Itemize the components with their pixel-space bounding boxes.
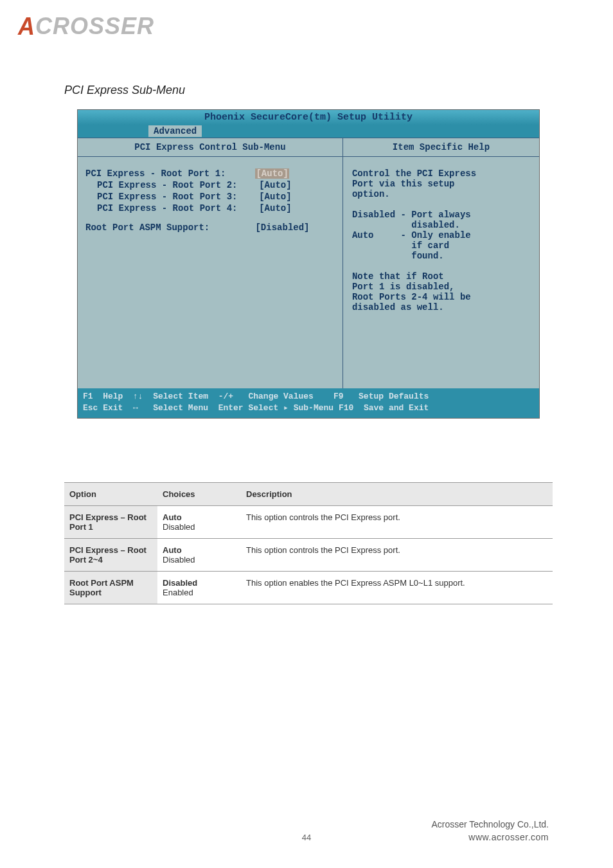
help-line: option. [352, 189, 531, 199]
help-line: Port 1 is disabled, [352, 282, 531, 292]
bios-setting-label: Root Port ASPM Support: [85, 222, 255, 233]
cell-option: PCI Express – Root Port 2~4 [64, 539, 157, 572]
bios-setting-value: [Auto] [259, 180, 335, 190]
bios-footer-line: Esc Exit ↔ Select Menu Enter Select ▸ Su… [83, 402, 534, 414]
cell-option: Root Port ASPM Support [64, 572, 157, 604]
help-line: Port via this setup [352, 179, 531, 189]
cell-choices: Auto Disabled [157, 506, 241, 539]
cell-description: This option enables the PCI Express ASPM… [241, 572, 553, 604]
bios-setting-row: PCI Express - Root Port 2: [Auto] [85, 180, 335, 190]
bios-left-header: PCI Express Control Sub-Menu [78, 138, 342, 157]
help-line: Control the PCI Express [352, 168, 531, 179]
page-footer: Acrosser Technology Co.,Ltd. www.acrosse… [431, 819, 549, 842]
help-line: Note that if Root [352, 271, 531, 282]
bios-setting-label: PCI Express - Root Port 2: [97, 180, 259, 190]
bios-body: PCI Express Control Sub-Menu PCI Express… [78, 138, 539, 388]
help-line [352, 261, 531, 271]
help-line: Root Ports 2-4 will be [352, 292, 531, 302]
page-number: 44 [302, 833, 311, 842]
th-choices: Choices [157, 483, 241, 506]
bios-help-content: Control the PCI Express Port via this se… [343, 157, 539, 388]
bios-right-pane: Item Specific Help Control the PCI Expre… [343, 138, 539, 388]
logo-letter-a: A [18, 12, 35, 41]
cell-description: This option controls the PCI Express por… [241, 539, 553, 572]
help-line: found. [352, 251, 531, 261]
bios-setting-label: PCI Express - Root Port 3: [97, 192, 259, 202]
logo-rest: CROSSER [35, 13, 154, 39]
bios-setting-row: PCI Express - Root Port 3: [Auto] [85, 192, 335, 202]
bios-tabbar: Advanced [78, 125, 539, 138]
bios-setting-value: [Auto] [255, 168, 334, 179]
bios-setting-label: PCI Express - Root Port 4: [97, 203, 259, 213]
help-line: disabled. [352, 220, 531, 230]
bios-setting-row: PCI Express - Root Port 1: [Auto] [85, 168, 335, 179]
choice-alt: Disabled [163, 522, 195, 532]
help-line: Auto - Only enable [352, 230, 531, 240]
bios-footer: F1 Help ↑↓ Select Item -/+ Change Values… [78, 388, 539, 418]
logo: ACROSSER [18, 13, 154, 40]
choice-alt: Enabled [163, 588, 193, 597]
cell-description: This option controls the PCI Express por… [241, 506, 553, 539]
footer-company: Acrosser Technology Co.,Ltd. [431, 819, 549, 829]
cell-option: PCI Express – Root Port 1 [64, 506, 157, 539]
bios-screenshot: Phoenix SecureCore(tm) Setup Utility Adv… [77, 109, 540, 419]
help-line: if card [352, 240, 531, 251]
table-header-row: Option Choices Description [64, 483, 553, 506]
bios-setting-value: [Auto] [259, 203, 335, 213]
bios-right-header: Item Specific Help [343, 138, 539, 157]
th-option: Option [64, 483, 157, 506]
bios-setting-value: [Auto] [259, 192, 335, 202]
help-line [352, 199, 531, 210]
choice-default: Auto [163, 512, 182, 522]
spacer [85, 215, 335, 222]
options-table-wrap: Option Choices Description PCI Express –… [64, 482, 553, 604]
bios-setting-value: [Disabled] [255, 222, 334, 233]
section-title: PCI Express Sub-Menu [64, 84, 185, 97]
help-line: disabled as well. [352, 302, 531, 312]
choice-default: Disabled [163, 578, 197, 588]
bios-selected-value: [Auto] [255, 168, 289, 179]
cell-choices: Auto Disabled [157, 539, 241, 572]
table-row: PCI Express – Root Port 2~4 Auto Disable… [64, 539, 553, 572]
table-row: Root Port ASPM Support Disabled Enabled … [64, 572, 553, 604]
cell-choices: Disabled Enabled [157, 572, 241, 604]
bios-left-content: PCI Express - Root Port 1: [Auto] PCI Ex… [78, 157, 342, 388]
bios-setting-row: PCI Express - Root Port 4: [Auto] [85, 203, 335, 213]
bios-setting-row: Root Port ASPM Support: [Disabled] [85, 222, 335, 233]
bios-title: Phoenix SecureCore(tm) Setup Utility [78, 110, 539, 125]
options-table: Option Choices Description PCI Express –… [64, 482, 553, 604]
th-description: Description [241, 483, 553, 506]
logo-text: ACROSSER [18, 13, 154, 40]
help-line: Disabled - Port always [352, 210, 531, 220]
bios-left-pane: PCI Express Control Sub-Menu PCI Express… [78, 138, 343, 388]
choice-alt: Disabled [163, 555, 195, 565]
choice-default: Auto [163, 545, 182, 555]
footer-url: www.acrosser.com [431, 832, 549, 842]
table-row: PCI Express – Root Port 1 Auto Disabled … [64, 506, 553, 539]
bios-tab-advanced: Advanced [148, 125, 202, 137]
bios-footer-line: F1 Help ↑↓ Select Item -/+ Change Values… [83, 391, 534, 402]
bios-setting-label: PCI Express - Root Port 1: [85, 168, 255, 179]
